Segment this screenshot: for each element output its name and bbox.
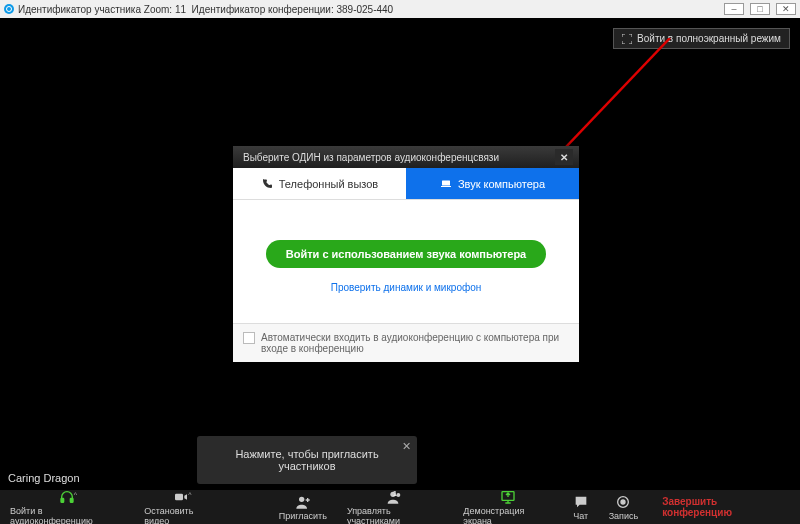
svg-rect-6 (175, 493, 183, 500)
invite-icon (295, 494, 311, 510)
laptop-icon (440, 178, 452, 190)
tab-computer-audio[interactable]: Звук компьютера (406, 168, 579, 199)
participant-id-value: 11 (175, 4, 186, 15)
chat-label: Чат (573, 511, 588, 521)
chat-button[interactable]: Чат (563, 490, 599, 524)
svg-rect-3 (441, 186, 451, 187)
chevron-up-icon: ^ (188, 491, 191, 498)
svg-point-7 (299, 496, 304, 501)
dialog-body: Войти с использованием звука компьютера … (233, 200, 579, 323)
dialog-title: Выберите ОДИН из параметров аудиоконфере… (243, 152, 499, 163)
fullscreen-icon (622, 34, 632, 44)
invite-tooltip: ✕ Нажмите, чтобы пригласить участников (197, 436, 417, 484)
tooltip-close-button[interactable]: ✕ (402, 440, 411, 453)
audio-tabs: Телефонный вызов Звук компьютера (233, 168, 579, 200)
participant-id-label: Идентификатор участника Zoom: (18, 4, 172, 15)
share-screen-icon (500, 489, 516, 505)
phone-icon (261, 178, 273, 190)
tab-computer-label: Звук компьютера (458, 178, 545, 190)
chat-icon (573, 494, 589, 510)
audio-options-dialog: Выберите ОДИН из параметров аудиоконфере… (233, 146, 579, 362)
auto-join-audio-label: Автоматически входить в аудиоконференцию… (261, 332, 569, 354)
svg-rect-5 (70, 498, 73, 502)
window-titlebar: Идентификатор участника Zoom: 11 Идентиф… (0, 0, 800, 18)
conference-id-label: Идентификатор конференции: (192, 4, 334, 15)
video-camera-icon (173, 489, 189, 505)
auto-join-audio-checkbox[interactable] (243, 332, 255, 344)
meeting-toolbar: ^ Войти в аудиоконференцию ^ Остановить … (0, 490, 800, 524)
tab-phone-label: Телефонный вызов (279, 178, 378, 190)
svg-rect-4 (61, 498, 64, 502)
join-audio-label: Войти в аудиоконференцию (10, 506, 124, 525)
share-screen-label: Демонстрация экрана (463, 506, 552, 525)
fullscreen-label: Войти в полноэкранный режим (637, 33, 781, 44)
manage-participants-button[interactable]: 1 Управлять участниками (337, 490, 453, 524)
record-button[interactable]: Запись (599, 490, 649, 524)
end-meeting-button[interactable]: Завершить конференцию (648, 490, 800, 524)
dialog-footer: Автоматически входить в аудиоконференцию… (233, 323, 579, 362)
dialog-close-button[interactable]: ✕ (555, 149, 573, 165)
tab-phone-call[interactable]: Телефонный вызов (233, 168, 406, 199)
share-screen-button[interactable]: Демонстрация экрана (453, 490, 562, 524)
end-meeting-label: Завершить конференцию (662, 496, 786, 518)
tooltip-text: Нажмите, чтобы пригласить участников (235, 448, 378, 472)
test-speaker-mic-link[interactable]: Проверить динамик и микрофон (331, 282, 482, 293)
svg-rect-2 (442, 180, 450, 185)
video-stage: Войти в полноэкранный режим Выберите ОДИ… (0, 18, 800, 490)
zoom-logo-icon (4, 4, 14, 14)
minimize-button[interactable]: – (724, 3, 744, 15)
join-audio-button[interactable]: ^ Войти в аудиоконференцию (0, 490, 134, 524)
enter-fullscreen-button[interactable]: Войти в полноэкранный режим (613, 28, 790, 49)
participants-count-badge: 1 (393, 489, 397, 498)
window-controls: – □ ✕ (724, 3, 796, 15)
headphones-icon (59, 489, 75, 505)
chevron-up-icon: ^ (74, 491, 77, 498)
record-icon (615, 494, 631, 510)
maximize-button[interactable]: □ (750, 3, 770, 15)
invite-label: Пригласить (279, 511, 327, 521)
dialog-titlebar: Выберите ОДИН из параметров аудиоконфере… (233, 146, 579, 168)
invite-button[interactable]: Пригласить (269, 490, 337, 524)
record-label: Запись (609, 511, 639, 521)
stop-video-button[interactable]: ^ Остановить видео (134, 490, 228, 524)
self-user-name: Caring Dragon (4, 470, 84, 486)
stop-video-label: Остановить видео (144, 506, 218, 525)
svg-point-12 (621, 500, 625, 504)
participants-label: Управлять участниками (347, 506, 443, 525)
conference-id-value: 389-025-440 (336, 4, 393, 15)
close-window-button[interactable]: ✕ (776, 3, 796, 15)
join-with-computer-audio-button[interactable]: Войти с использованием звука компьютера (266, 240, 546, 268)
